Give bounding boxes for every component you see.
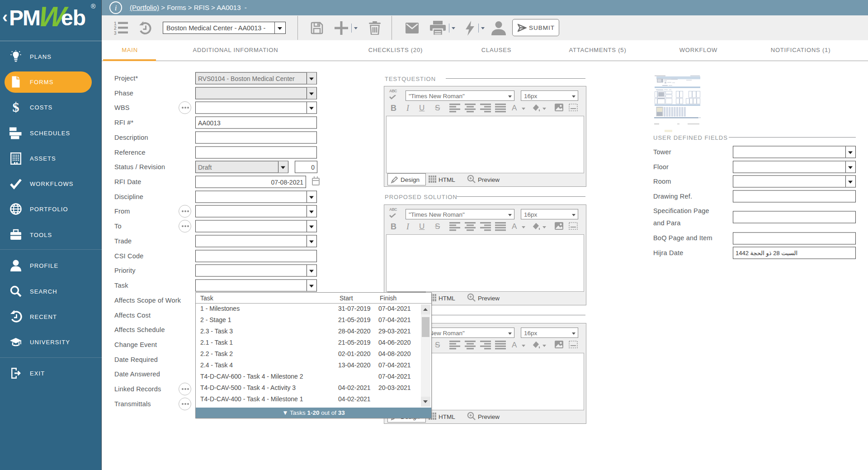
svg-text:2: 2 xyxy=(114,26,117,31)
svg-text:3: 3 xyxy=(114,31,117,35)
svg-text:1: 1 xyxy=(114,21,117,26)
